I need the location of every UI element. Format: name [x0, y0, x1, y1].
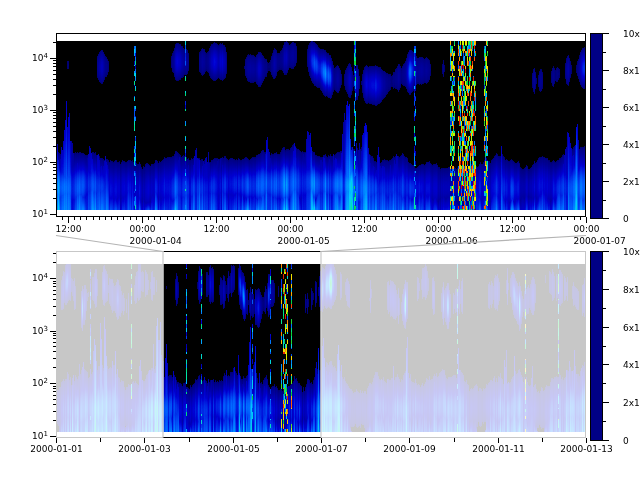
plot-figure: 12:0000:002000-01-0412:0000:002000-01-05… [0, 0, 640, 480]
dimmed-region-left [56, 251, 163, 438]
detail-y-minor-ticks [53, 43, 57, 199]
detail-frame [57, 34, 586, 217]
detail-colorbar [591, 34, 603, 219]
detail-y-major-ticks [50, 59, 57, 215]
selection-connector-right [321, 236, 586, 252]
axes-overlay [0, 0, 640, 480]
context-x-major-ticks [57, 438, 587, 443]
dimmed-region-right [321, 251, 587, 438]
context-y-major-ticks [50, 279, 57, 437]
detail-x-minor-ticks [63, 217, 587, 220]
selection-connector-left [56, 236, 163, 252]
context-colorbar [591, 252, 603, 441]
